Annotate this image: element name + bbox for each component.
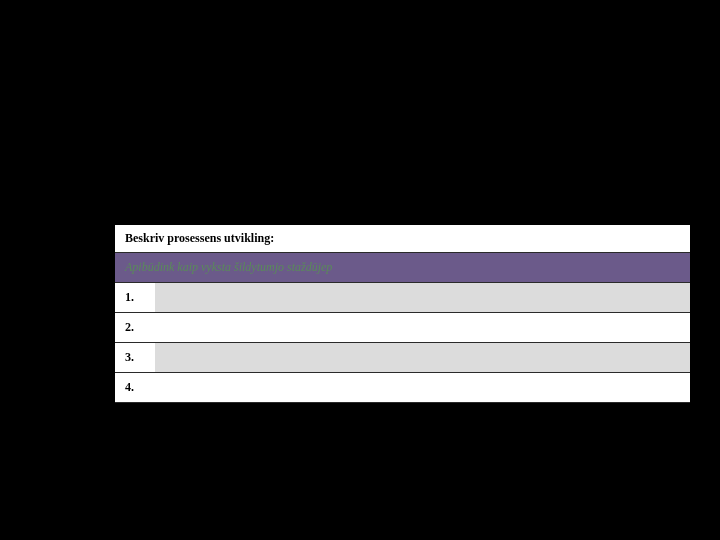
row-content[interactable] [155,373,690,402]
row-number: 1. [115,283,155,312]
row-content[interactable] [155,313,690,342]
subheader-row: Apibūdink kaip vyksta šildytumjo staždūj… [115,253,690,283]
table-row: 2. [115,313,690,343]
header-row: Beskriv prosessens utvikling: [115,225,690,253]
form-table: Beskriv prosessens utvikling: Apibūdink … [115,225,690,405]
row-number: 3. [115,343,155,372]
table-row: 3. [115,343,690,373]
subheader-text: Apibūdink kaip vyksta šildytumjo staždūj… [125,260,332,274]
row-number: 2. [115,313,155,342]
table-row: 1. [115,283,690,313]
row-number: 4. [115,373,155,402]
table-row: 4. [115,373,690,403]
row-content[interactable] [155,283,690,312]
row-content[interactable] [155,343,690,372]
table-bottom-border [115,403,690,405]
header-title: Beskriv prosessens utvikling: [125,231,274,245]
